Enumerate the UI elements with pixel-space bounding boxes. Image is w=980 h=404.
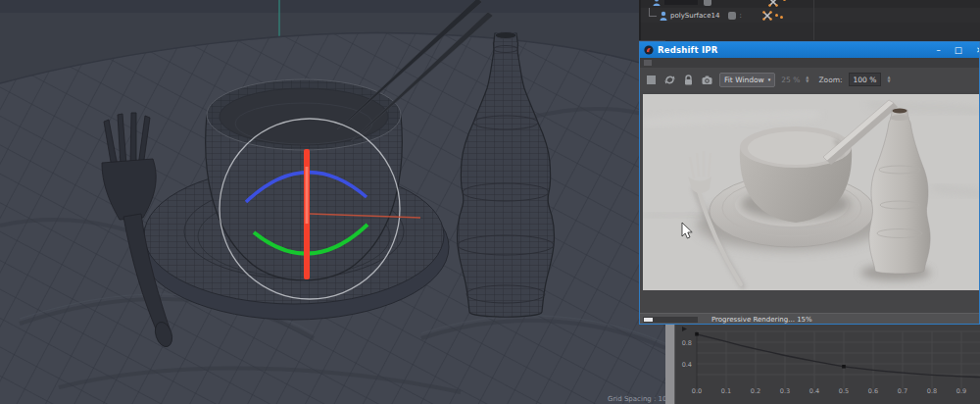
window-titlebar[interactable]: Redshift IPR – □ ✕ [640, 42, 979, 58]
tree-branch-icon [649, 8, 657, 17]
x-tick-label: 0.8 [927, 387, 937, 395]
curve-point-handle[interactable] [842, 365, 846, 369]
visibility-tag-icon[interactable] [728, 12, 736, 20]
viewport-3d[interactable]: Grid Spacing : 10 cm [0, 0, 665, 404]
object-icon [660, 11, 667, 21]
expression-tag-icon[interactable] [762, 11, 772, 21]
horizon-band [0, 0, 665, 13]
minimize-button[interactable]: – [937, 45, 941, 55]
zoom-spinner[interactable]: ▲▼ [887, 76, 890, 83]
falloff-curve[interactable] [697, 334, 980, 378]
refresh-icon[interactable] [663, 74, 676, 86]
zoom-label: Zoom: [818, 76, 842, 84]
object-label-dim [664, 0, 698, 5]
camera-icon[interactable] [701, 74, 713, 86]
zoom-value: 100 % [854, 76, 877, 84]
visibility-dots-icon[interactable]: : [739, 12, 741, 20]
zoom-field[interactable]: 100 % [849, 73, 882, 86]
status-text: Progressive Rendering... 15% [711, 316, 812, 324]
fit-mode-dropdown[interactable]: Fit Window ▾ [719, 73, 775, 87]
y-tick-label: 0.8 [682, 339, 692, 347]
object-row-partial[interactable] [641, 0, 980, 8]
redshift-ipr-window[interactable]: Redshift IPR – □ ✕ Fit Window ▾ [639, 41, 980, 325]
gizmo-red-axis-highlight [306, 167, 309, 224]
object-label[interactable]: polySurface14 [670, 12, 719, 20]
maximize-button[interactable]: □ [955, 45, 962, 55]
layer-dot-icon[interactable] [775, 14, 778, 17]
render-image [643, 94, 980, 290]
x-tick-label: 0.9 [956, 387, 966, 395]
x-tick-label: 0.4 [809, 387, 819, 395]
x-tick-label: 0.2 [751, 387, 760, 395]
window-footer [640, 290, 979, 313]
visibility-tag-icon[interactable] [704, 0, 711, 6]
progress-bar [643, 317, 698, 323]
region-select-icon[interactable] [645, 74, 658, 86]
x-tick-label: 0.7 [898, 387, 907, 395]
ipr-toolbar: Fit Window ▾ 25 % ▲▼ Zoom: 100 % ▲▼ [640, 68, 979, 91]
status-bar: Progressive Rendering... 15% [640, 313, 979, 325]
layer-dot-icon[interactable] [783, 0, 786, 1]
scale-spinner[interactable]: ▲▼ [806, 76, 808, 83]
layer-dot-icon[interactable] [780, 16, 783, 19]
redshift-logo-icon [644, 45, 654, 55]
x-tick-label: 0.5 [839, 387, 849, 395]
curve-point-handle[interactable] [695, 332, 699, 336]
chevron-down-icon: ▾ [768, 76, 771, 82]
falloff-curve-plot[interactable]: 0.00.10.20.30.40.50.60.70.80.90.80.4 [674, 325, 980, 404]
viewport-scene: Grid Spacing : 10 cm [0, 0, 665, 404]
progress-thumb [644, 318, 653, 322]
x-tick-label: 0.3 [780, 387, 790, 395]
grid-spacing-label: Grid Spacing : 10 cm [608, 395, 665, 403]
scale-value: 25 % [781, 76, 800, 84]
fit-mode-value: Fit Window [724, 76, 764, 84]
x-tick-label: 0.6 [868, 387, 878, 395]
render-view[interactable] [643, 94, 980, 290]
x-tick-label: 0.0 [692, 387, 702, 395]
x-tick-label: 0.1 [721, 387, 731, 395]
object-row-polysurface[interactable]: polySurface14 : [641, 8, 980, 23]
object-icon [653, 0, 661, 6]
menu-chip-icon[interactable] [644, 60, 652, 66]
object-manager-panel[interactable]: polySurface14 : [639, 0, 980, 40]
close-button[interactable]: ✕ [976, 45, 980, 55]
y-tick-label: 0.4 [682, 361, 692, 369]
window-title: Redshift IPR [658, 45, 717, 55]
expression-tag-icon[interactable] [768, 0, 778, 7]
column-separator [813, 0, 814, 40]
window-menustrip [640, 58, 979, 68]
curve-cursor-icon [682, 327, 687, 331]
curve-editor-panel[interactable]: 0.00.10.20.30.40.50.60.70.80.90.80.4 [665, 325, 980, 404]
lock-icon[interactable] [682, 74, 695, 86]
